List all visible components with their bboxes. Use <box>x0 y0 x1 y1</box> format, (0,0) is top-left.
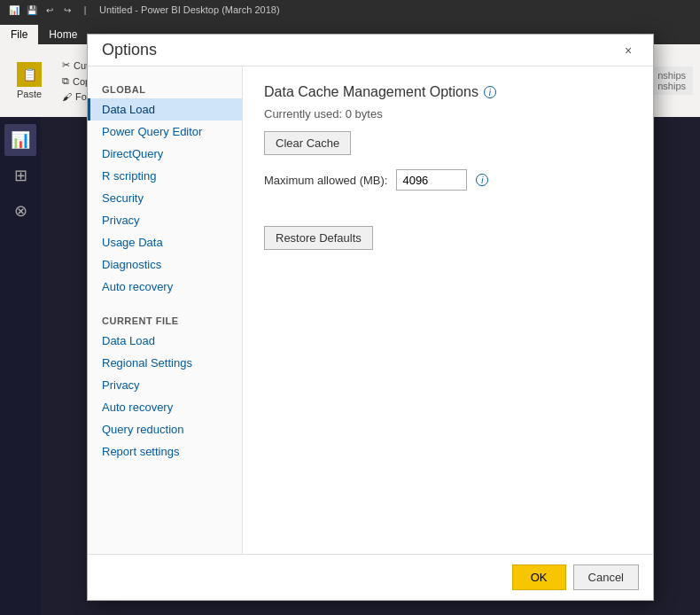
nav-item-cf-query-reduction[interactable]: Query reduction <box>88 418 242 440</box>
nav-cf-data-load-label: Data Load <box>102 334 155 347</box>
sidebar-icon-data[interactable]: ⊞ <box>4 160 36 191</box>
nav-item-cf-report-settings[interactable]: Report settings <box>88 440 242 463</box>
max-allowed-label: Maximum allowed (MB): <box>264 174 387 187</box>
dialog-overlay: Options × GLOBAL Data Load Power Query E… <box>41 19 700 615</box>
left-sidebar: 📊 ⊞ ⊗ <box>0 117 41 615</box>
paste-label: Paste <box>17 89 42 99</box>
nav-direct-query-label: DirectQuery <box>102 147 163 160</box>
nav-item-privacy[interactable]: Privacy <box>88 209 242 231</box>
nav-power-query-label: Power Query Editor <box>102 125 202 138</box>
tab-file[interactable]: File <box>0 25 38 44</box>
nav-item-cf-data-load[interactable]: Data Load <box>88 330 242 352</box>
nav-sidebar: GLOBAL Data Load Power Query Editor Dire… <box>88 66 243 554</box>
sidebar-icon-model[interactable]: ⊗ <box>4 195 36 227</box>
nav-item-cf-privacy[interactable]: Privacy <box>88 374 242 396</box>
currently-used-value: 0 bytes <box>346 107 383 121</box>
nav-item-power-query-editor[interactable]: Power Query Editor <box>88 121 242 143</box>
info-icon[interactable]: i <box>484 86 496 98</box>
nav-item-direct-query[interactable]: DirectQuery <box>88 143 242 165</box>
dialog-title-bar: Options × <box>88 35 653 66</box>
nav-data-load-label: Data Load <box>102 103 155 116</box>
nav-privacy-label: Privacy <box>102 214 140 227</box>
nav-cf-regional-label: Regional Settings <box>102 356 192 370</box>
nav-cf-query-reduction-label: Query reduction <box>102 423 184 436</box>
power-bi-icon: 📊 <box>7 3 21 17</box>
window-title: Untitled - Power BI Desktop (March 2018) <box>99 4 280 15</box>
dialog-body: GLOBAL Data Load Power Query Editor Dire… <box>88 66 653 554</box>
nav-cf-report-settings-label: Report settings <box>102 445 179 458</box>
nav-item-cf-auto-recovery[interactable]: Auto recovery <box>88 396 242 418</box>
nav-security-label: Security <box>102 191 144 205</box>
cancel-button[interactable]: Cancel <box>573 564 639 590</box>
redo-icon[interactable]: ↪ <box>60 3 74 17</box>
title-bar-icons: 📊 💾 ↩ ↪ | <box>7 3 92 17</box>
nav-auto-recovery-global-label: Auto recovery <box>102 280 173 293</box>
content-title-text: Data Cache Management Options <box>264 84 478 100</box>
nav-item-diagnostics[interactable]: Diagnostics <box>88 253 242 276</box>
undo-icon[interactable]: ↩ <box>43 3 57 17</box>
nav-cf-privacy-label: Privacy <box>102 378 140 392</box>
global-section-label: GLOBAL <box>88 77 242 98</box>
save-icon[interactable]: 💾 <box>25 3 39 17</box>
nav-item-security[interactable]: Security <box>88 187 242 209</box>
nav-item-data-load[interactable]: Data Load <box>88 98 242 121</box>
close-button[interactable]: × <box>618 40 639 61</box>
content-title: Data Cache Management Options i <box>264 84 632 100</box>
currently-used: Currently used: 0 bytes <box>264 107 632 121</box>
dialog-footer: OK Cancel <box>88 554 653 600</box>
current-file-section-label: CURRENT FILE <box>88 308 242 330</box>
currently-used-label: Currently used: <box>264 107 342 121</box>
clear-cache-button[interactable]: Clear Cache <box>264 131 351 155</box>
nav-item-cf-regional[interactable]: Regional Settings <box>88 352 242 374</box>
nav-item-auto-recovery-global[interactable]: Auto recovery <box>88 276 242 298</box>
dialog-title: Options <box>102 41 157 59</box>
paste-icon: 📋 <box>17 62 42 87</box>
nav-diagnostics-label: Diagnostics <box>102 258 161 271</box>
title-bar: 📊 💾 ↩ ↪ | Untitled - Power BI Desktop (M… <box>0 0 700 19</box>
sidebar-icon-report[interactable]: 📊 <box>4 124 36 156</box>
ok-button[interactable]: OK <box>512 564 566 590</box>
main-content: Data Cache Management Options i Currentl… <box>243 66 653 554</box>
nav-cf-auto-recovery-label: Auto recovery <box>102 401 173 414</box>
restore-defaults-button[interactable]: Restore Defaults <box>264 226 373 250</box>
nav-usage-data-label: Usage Data <box>102 236 163 249</box>
options-dialog: Options × GLOBAL Data Load Power Query E… <box>87 34 654 601</box>
nav-r-scripting-label: R scripting <box>102 169 156 183</box>
max-allowed-input[interactable] <box>396 169 467 191</box>
max-allowed-info-icon[interactable]: i <box>476 174 488 186</box>
max-allowed-row: Maximum allowed (MB): i <box>264 169 632 191</box>
nav-item-r-scripting[interactable]: R scripting <box>88 165 242 187</box>
separator-icon: | <box>78 3 92 17</box>
nav-item-usage-data[interactable]: Usage Data <box>88 231 242 253</box>
